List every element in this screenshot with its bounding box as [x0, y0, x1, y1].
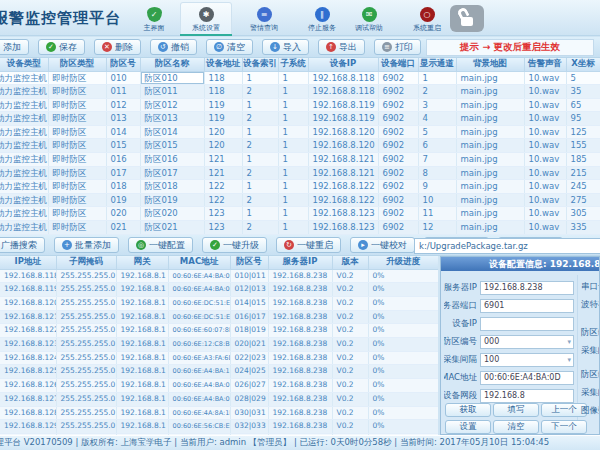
export-button[interactable]: ↑导出 — [318, 39, 365, 55]
top-nav-bar: 报警监控管理平台 ✓主界面✱系统设置≡警情查询∥停止服务✉调试帮助○系统重启 — [0, 0, 600, 36]
field-collect-interval[interactable]: 100▾ — [480, 353, 574, 367]
field-server-ip[interactable]: 192.168.8.238 — [480, 281, 574, 295]
one-key-restart-button[interactable]: ↻一键重启 — [276, 237, 341, 253]
table-row[interactable]: 192.168.8.126255.255.255.0192.168.8.100:… — [0, 379, 438, 393]
nav-item-debug-help[interactable]: ✉调试帮助 — [343, 2, 395, 35]
one-key-calibrate-button[interactable]: ▸一键校对 — [350, 237, 415, 253]
cell-device-index: 1 — [242, 207, 278, 221]
import-icon: ↓ — [270, 42, 280, 52]
table-row[interactable]: 192.168.8.121255.255.255.0192.168.8.100:… — [0, 310, 438, 324]
cell-zone-name: 防区020 — [140, 207, 204, 221]
dropdown-arrow-icon[interactable]: ▾ — [567, 356, 571, 364]
field-network-segment[interactable]: 192.168.8 — [480, 389, 574, 403]
print-button[interactable]: ≡打印 — [374, 39, 421, 55]
table-row[interactable]: 动力监控主机即时防区020防区02012311192.168.8.1236902… — [0, 207, 600, 221]
col-gateway[interactable]: 网关 — [116, 256, 168, 269]
cell-x-coord: 155 — [566, 139, 600, 153]
col-subsystem[interactable]: 子系统 — [278, 58, 308, 71]
col-mask[interactable]: 子网掩码 — [56, 256, 116, 269]
table-row[interactable]: 192.168.8.127255.255.255.0192.168.8.100:… — [0, 392, 438, 406]
table-row[interactable]: 192.168.8.119255.255.255.0192.168.8.100:… — [0, 283, 438, 297]
table-row[interactable]: 动力监控主机即时防区014防区01412011192.168.8.1206902… — [0, 125, 600, 139]
col-device-addr[interactable]: 设备地址 — [204, 58, 242, 71]
next-button[interactable]: 下一个 — [541, 420, 587, 434]
table-row[interactable]: 动力监控主机即时防区017防区01712121192.168.8.1216902… — [0, 166, 600, 180]
nav-item-main[interactable]: ✓主界面 — [128, 2, 180, 35]
upgrade-file-input[interactable] — [414, 238, 600, 254]
table-row[interactable]: 动力监控主机即时防区016防区01612111192.168.8.1216902… — [0, 153, 600, 167]
cell-mac: 00:60:6E:A4:BA:01 — [168, 392, 230, 406]
clear-button[interactable]: ∅清空 — [206, 39, 253, 55]
col-zone-name[interactable]: 防区名称 — [140, 58, 204, 71]
lock-icon[interactable] — [450, 5, 484, 32]
cell-upgrade-progress: 0% — [368, 338, 438, 352]
delete-button[interactable]: ✕删除 — [94, 39, 141, 55]
one-key-upgrade-button[interactable]: ✓一键升级 — [202, 237, 267, 253]
table-row[interactable]: 192.168.8.120255.255.255.0192.168.8.100:… — [0, 296, 438, 310]
col-alarm-sound[interactable]: 告警声音 — [524, 58, 566, 71]
table-row[interactable]: 192.168.8.125255.255.255.0192.168.8.100:… — [0, 365, 438, 379]
cell-zone-no: 014 — [106, 125, 140, 139]
col-upgrade-progress[interactable]: 升级进度 — [368, 256, 438, 269]
cell-alarm-sound: 10.wav — [524, 180, 566, 194]
broadcast-search-button[interactable]: ○广播搜索 — [0, 237, 45, 253]
save-button[interactable]: ✓保存 — [38, 39, 85, 55]
table-row[interactable]: 动力监控主机即时防区011防区01111821192.168.8.1186902… — [0, 85, 600, 99]
col-device-port[interactable]: 设备端口 — [378, 58, 418, 71]
set-button[interactable]: 设置 — [445, 420, 491, 434]
add-button[interactable]: +添加 — [0, 39, 29, 55]
field-server-port[interactable]: 6901 — [480, 299, 574, 313]
cell-ip: 192.168.8.127 — [0, 392, 56, 406]
import-button[interactable]: ↓导入 — [262, 39, 309, 55]
side-field-label: 防区编号 — [581, 327, 600, 339]
col-mac[interactable]: MAC地址 — [168, 256, 230, 269]
cell-mask: 255.255.255.0 — [56, 365, 116, 379]
col-zone-type[interactable]: 防区类型 — [48, 58, 106, 71]
table-row[interactable]: 动力监控主机即时防区012防区01211911192.168.8.1196902… — [0, 98, 600, 112]
nav-item-restart[interactable]: ○系统重启 — [401, 2, 453, 35]
col-device-ip[interactable]: 设备IP — [308, 58, 378, 71]
col-zone-no[interactable]: 防区号 — [230, 256, 268, 269]
dropdown-arrow-icon[interactable]: ▾ — [567, 338, 571, 346]
table-row[interactable]: 192.168.8.122255.255.255.0192.168.8.100:… — [0, 324, 438, 338]
clear-field-button[interactable]: 清空 — [493, 420, 539, 434]
col-server-ip[interactable]: 服务器IP — [268, 256, 332, 269]
table-row[interactable]: 192.168.8.118255.255.255.0192.168.8.100:… — [0, 269, 438, 283]
table-row[interactable]: 192.168.8.129255.255.255.0192.168.8.100:… — [0, 420, 438, 434]
col-display-channel[interactable]: 显示通道 — [418, 58, 456, 71]
field-zone-code[interactable]: 000▾ — [480, 335, 574, 349]
cell-zone-no: 011 — [106, 85, 140, 99]
col-x-coord[interactable]: X坐标 — [566, 58, 600, 71]
col-ip[interactable]: IP地址 — [0, 256, 56, 269]
cell-zone-name: 防区010 — [140, 71, 204, 85]
table-row[interactable]: 动力监控主机即时防区021防区02112321192.168.8.1236902… — [0, 221, 600, 235]
undo-button[interactable]: ↺撤销 — [150, 39, 197, 55]
field-mac[interactable]: 00:60:6E:A4:BA:0D — [480, 371, 574, 385]
col-version[interactable]: 版本 — [332, 256, 368, 269]
col-device-index[interactable]: 设备索引 — [242, 58, 278, 71]
cell-zone-no: 014|015 — [230, 296, 268, 310]
cell-subsystem: 1 — [278, 221, 308, 235]
table-row[interactable]: 动力监控主机▾即时防区010防区01011811192.168.8.118690… — [0, 71, 600, 85]
nav-item-query[interactable]: ≡警情查询 — [238, 2, 290, 35]
table-row[interactable]: 动力监控主机即时防区013防区01311921192.168.8.1196902… — [0, 112, 600, 126]
field-device-ip[interactable] — [480, 317, 574, 331]
fill-button[interactable]: 填写 — [493, 403, 539, 417]
table-row[interactable]: 动力监控主机即时防区018防区01812211192.168.8.1226902… — [0, 180, 600, 194]
table-row[interactable]: 192.168.8.128255.255.255.0192.168.8.100:… — [0, 406, 438, 420]
nav-item-settings[interactable]: ✱系统设置 — [180, 2, 232, 35]
table-row[interactable]: 192.168.8.123255.255.255.0192.168.8.100:… — [0, 338, 438, 352]
batch-add-button[interactable]: +批量添加 — [54, 237, 119, 253]
col-bg-map[interactable]: 背景地图 — [456, 58, 524, 71]
nav-item-stop-service[interactable]: ∥停止服务 — [296, 2, 348, 35]
get-button[interactable]: 获取 — [445, 403, 491, 417]
cell-device-ip: 192.168.8.123 — [308, 221, 378, 235]
field-label: 服务器IP — [444, 282, 477, 294]
col-zone-no[interactable]: 防区号 — [106, 58, 140, 71]
table-row[interactable]: 动力监控主机即时防区015防区01512021192.168.8.1206902… — [0, 139, 600, 153]
cell-device-index: 1 — [242, 153, 278, 167]
col-device-type[interactable]: 设备类型 — [0, 58, 48, 71]
table-row[interactable]: 动力监控主机即时防区019防区01912221192.168.8.1226902… — [0, 193, 600, 207]
one-key-config-button[interactable]: ◎一键配置 — [128, 237, 193, 253]
table-row[interactable]: 192.168.8.124255.255.255.0192.168.8.100:… — [0, 351, 438, 365]
